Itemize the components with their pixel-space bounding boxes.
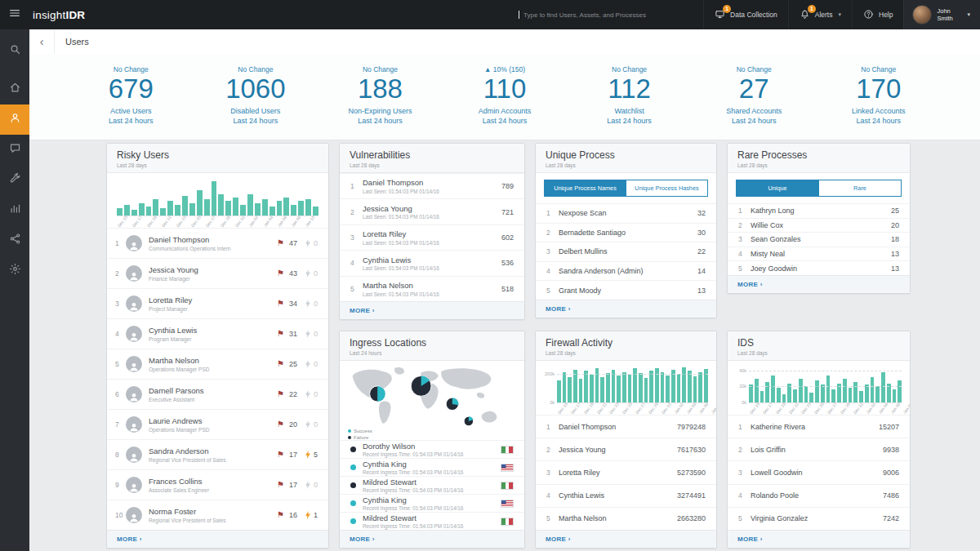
risky-user-row[interactable]: 3Loretta RileyProject Manager⚑340 xyxy=(107,288,328,318)
user-role: Project Manager xyxy=(149,306,192,312)
risky-user-row[interactable]: 1Daniel ThompsonCommunications Operation… xyxy=(107,228,328,258)
stat-label: Active UsersLast 24 hours xyxy=(69,106,194,126)
risky-users-trend-chart: Dec 15Dec 17Dec 19Dec 21Dec 23Dec 25Dec … xyxy=(117,180,318,228)
nav-alerts[interactable]: 1 Alerts ▾ xyxy=(788,0,852,29)
risky-user-row[interactable]: 8Sandra AndersonRegional Vice President … xyxy=(107,439,328,469)
ingress-row[interactable]: Cynthia KingRecent Ingress Time: 01:54:0… xyxy=(340,494,524,512)
hamburger-menu-button[interactable] xyxy=(0,0,29,29)
risky-user-row[interactable]: 7Laurie AndrewsOperations Manager PSD⚑20… xyxy=(107,409,328,439)
row-name: Jessica Young xyxy=(363,204,439,213)
nav-help[interactable]: Help xyxy=(852,0,903,29)
vulnerability-row[interactable]: 4Cynthia LewisLast Seen: 01:54:03 PM 01/… xyxy=(340,250,524,275)
sidebar-item-messages[interactable] xyxy=(0,135,29,165)
vulnerability-row[interactable]: 2Jessica YoungLast Seen: 01:54:03 PM 01/… xyxy=(340,198,524,224)
firewall-row[interactable]: 2Jessica Young7617630 xyxy=(536,438,716,460)
row-rank: 5 xyxy=(738,264,751,273)
risky-user-row[interactable]: 5Martha NelsonOperations Manager PSD⚑250 xyxy=(107,349,328,379)
row-rank: 3 xyxy=(546,469,559,477)
tab-unique[interactable]: Unique xyxy=(736,180,819,197)
unique-process-row[interactable]: 4Sandra Anderson (Admin)14 xyxy=(536,261,716,281)
ids-row[interactable]: 2Lois Griffin9938 xyxy=(728,438,910,460)
row-name: Willie Cox xyxy=(751,221,783,229)
more-link[interactable]: MORE › xyxy=(728,275,910,293)
stat-value: 27 xyxy=(692,74,817,104)
sidebar-item-connections[interactable] xyxy=(0,225,29,256)
more-link[interactable]: MORE › xyxy=(536,300,716,318)
risk-flag-icon: ⚑ xyxy=(277,451,284,459)
tab-unique-process-names[interactable]: Unique Process Names xyxy=(544,180,626,197)
status-dot-icon xyxy=(350,447,356,452)
incident-count: 0 xyxy=(314,239,320,247)
nav-data-collection[interactable]: 1 Data Collection xyxy=(703,0,788,29)
more-link[interactable]: MORE › xyxy=(536,530,716,548)
row-last-seen: Last Seen: 01:54:03 PM 01/14/16 xyxy=(363,189,439,194)
ingress-row[interactable]: Cynthia KingRecent Ingress Time: 01:54:0… xyxy=(340,458,524,476)
sidebar-item-tools[interactable] xyxy=(0,165,29,195)
search-icon xyxy=(9,43,21,59)
row-rank: 10 xyxy=(115,511,126,519)
row-last-seen: Last Seen: 01:54:03 PM 01/14/16 xyxy=(363,291,439,297)
stat-label: Disabled UsersLast 24 hours xyxy=(194,106,318,126)
ids-row[interactable]: 5Virginia Gonzalez7242 xyxy=(728,507,910,530)
card-header: Firewall Activity Last 28 days xyxy=(536,331,716,361)
firewall-row[interactable]: 1Daniel Thompson7979248 xyxy=(536,415,716,438)
tab-rare[interactable]: Rare xyxy=(819,180,902,197)
card-rare-processes: Rare Processes Last 28 days Unique Rare … xyxy=(727,143,911,294)
map-legend: SuccessFailure xyxy=(348,429,372,440)
firewall-row[interactable]: 5Martha Nelson2663280 xyxy=(536,507,716,530)
rare-process-row[interactable]: 3Sean Gonzales18 xyxy=(728,232,910,247)
risky-user-row[interactable]: 9Frances CollinsAssociate Sales Engineer… xyxy=(107,469,328,500)
sidebar-item-settings[interactable] xyxy=(0,256,29,286)
sidebar-item-users[interactable] xyxy=(0,104,29,135)
risky-user-row[interactable]: 6Darnell ParsonsExecutive Assistant⚑220 xyxy=(107,379,328,409)
unique-process-row[interactable]: 5Grant Moody13 xyxy=(536,280,716,300)
sidebar-item-search[interactable] xyxy=(0,36,29,66)
card-ids: IDS Last 28 days 40k20k0kDec 15Dec 17Dec… xyxy=(727,331,911,549)
firewall-row[interactable]: 4Cynthia Lewis3274491 xyxy=(536,484,716,507)
more-link[interactable]: MORE › xyxy=(340,301,524,319)
unique-process-row[interactable]: 3Delbert Mullins22 xyxy=(536,242,716,261)
rare-process-row[interactable]: 5Joey Goodwin13 xyxy=(728,260,910,275)
incident-count: 0 xyxy=(314,390,320,398)
sidebar-item-reports[interactable] xyxy=(0,195,29,225)
rare-process-row[interactable]: 4Misty Neal13 xyxy=(728,247,910,261)
user-menu[interactable]: John Smith ▾ xyxy=(903,0,980,29)
sidebar-item-home[interactable] xyxy=(0,74,29,104)
flag-count: 43 xyxy=(287,269,297,278)
row-rank: 2 xyxy=(546,229,559,237)
ids-row[interactable]: 1Katherine Rivera15207 xyxy=(728,415,910,438)
more-link[interactable]: MORE › xyxy=(728,530,910,548)
vulnerability-row[interactable]: 1Daniel ThompsonLast Seen: 01:54:03 PM 0… xyxy=(340,173,524,198)
row-rank: 4 xyxy=(546,491,559,500)
ingress-row[interactable]: Dorothy WilsonRecent Ingress Time: 01:54… xyxy=(340,440,524,458)
vulnerability-row[interactable]: 3Loretta RileyLast Seen: 01:54:03 PM 01/… xyxy=(340,224,524,250)
rare-process-row[interactable]: 1Kathryn Long25 xyxy=(728,203,910,218)
risk-flag-icon: ⚑ xyxy=(277,239,284,247)
back-button[interactable]: ‹ xyxy=(29,29,55,54)
more-link[interactable]: MORE › xyxy=(340,530,524,548)
unique-process-row[interactable]: 1Nexpose Scan32 xyxy=(536,203,716,223)
tab-unique-process-hashes[interactable]: Unique Process Hashes xyxy=(626,180,708,197)
row-value: 32 xyxy=(693,209,706,217)
risky-user-row[interactable]: 4Cynthia LewisProgram Manager⚑310 xyxy=(107,318,328,349)
ids-row[interactable]: 3Lowell Goodwin9006 xyxy=(728,460,910,483)
rare-process-row[interactable]: 2Willie Cox20 xyxy=(728,218,910,233)
stat-value: 188 xyxy=(318,74,443,104)
risk-flag-icon: ⚑ xyxy=(277,269,284,278)
more-link[interactable]: MORE › xyxy=(107,530,328,548)
user-avatar xyxy=(126,356,142,372)
row-rank: 3 xyxy=(115,300,126,308)
vulnerability-row[interactable]: 5Martha NelsonLast Seen: 01:54:03 PM 01/… xyxy=(340,276,524,301)
unique-process-row[interactable]: 2Bernadette Santiago30 xyxy=(536,223,716,242)
user-role: Operations Manager PSD xyxy=(149,427,209,433)
ids-row[interactable]: 4Rolando Poole7486 xyxy=(728,484,910,507)
risky-user-row[interactable]: 2Jessica YoungFinance Manager⚑430 xyxy=(107,258,328,288)
bar-series xyxy=(117,180,318,216)
ingress-row[interactable]: Mildred StewartRecent Ingress Time: 01:5… xyxy=(340,476,524,494)
firewall-row[interactable]: 3Loretta Riley5273590 xyxy=(536,460,716,483)
global-search-input[interactable] xyxy=(522,11,682,20)
risky-user-row[interactable]: 10Norma FosterRegional Vice President of… xyxy=(107,500,328,530)
ingress-row[interactable]: Mildred StewartRecent Ingress Time: 01:5… xyxy=(340,512,524,530)
chart-gridline xyxy=(749,371,902,371)
incident-bolt-icon xyxy=(305,269,310,278)
